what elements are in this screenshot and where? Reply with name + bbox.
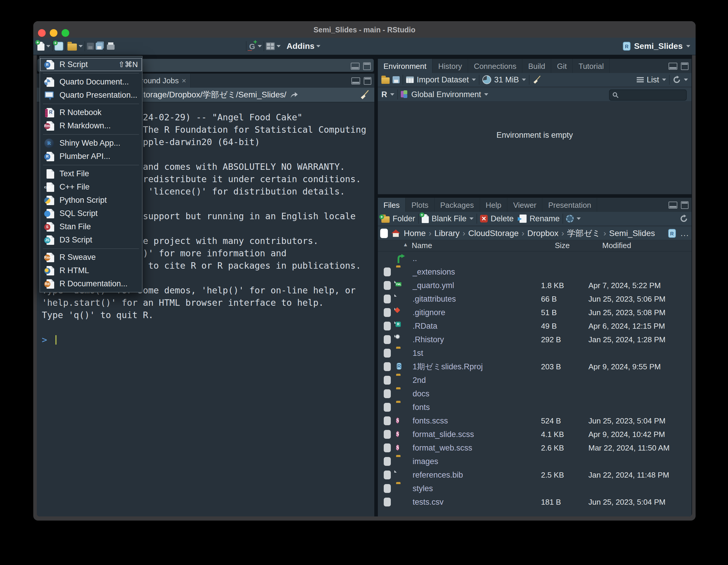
menu-item-r-documentation-[interactable]: RdR Documentation... bbox=[40, 277, 142, 290]
tab-history[interactable]: History bbox=[433, 59, 468, 73]
tab-build[interactable]: Build bbox=[522, 59, 551, 73]
import-dataset-caret[interactable] bbox=[472, 79, 476, 81]
select-all-checkbox[interactable] bbox=[380, 229, 388, 238]
delete-button[interactable]: Delete bbox=[491, 214, 514, 223]
row-checkbox[interactable] bbox=[384, 335, 391, 344]
more-file-commands-gear-icon[interactable] bbox=[566, 215, 574, 223]
file-name[interactable]: format_slide.scss bbox=[413, 427, 474, 441]
table-row[interactable]: styles bbox=[378, 482, 691, 495]
files-maximize-icon[interactable] bbox=[681, 201, 689, 209]
menu-item-r-markdown-[interactable]: RmdR Markdown... bbox=[40, 119, 142, 133]
file-name[interactable]: .gitattributes bbox=[413, 292, 456, 306]
menu-item-r-html[interactable]: R HTML bbox=[40, 264, 142, 277]
rproj-badge-icon[interactable]: R bbox=[668, 229, 676, 238]
menu-item-d3-script[interactable]: JSD3 Script bbox=[40, 233, 142, 247]
row-checkbox[interactable] bbox=[384, 349, 391, 357]
new-file-dropdown-caret[interactable] bbox=[46, 45, 50, 47]
memory-usage-caret[interactable] bbox=[522, 79, 526, 81]
table-row[interactable]: .. bbox=[378, 252, 691, 265]
row-checkbox[interactable] bbox=[384, 470, 391, 479]
table-row[interactable]: .gitattributes66 BJun 25, 2023, 5:06 PM bbox=[378, 292, 691, 306]
table-row[interactable]: 1st bbox=[378, 346, 691, 360]
row-checkbox[interactable] bbox=[384, 443, 391, 452]
open-file-dropdown-caret[interactable] bbox=[79, 45, 83, 47]
new-folder-button[interactable]: Folder bbox=[393, 214, 415, 223]
breadcrumb-more-button[interactable]: ... bbox=[681, 229, 689, 238]
file-name[interactable]: references.bib bbox=[413, 468, 463, 482]
project-selector[interactable]: R Semi_Slides bbox=[622, 38, 690, 55]
file-name[interactable]: .Rhistory bbox=[413, 333, 444, 346]
menu-item-plumber-api-[interactable]: RPlumber API... bbox=[40, 150, 142, 163]
table-row[interactable]: references.bib2.5 KBJan 22, 2024, 11:48 … bbox=[378, 468, 691, 482]
tab-tutorial[interactable]: Tutorial bbox=[573, 59, 610, 73]
row-checkbox[interactable] bbox=[384, 321, 391, 330]
menu-item-r-notebook[interactable]: RR Notebook bbox=[40, 106, 142, 119]
table-row[interactable]: Sfonts.scss524 BJun 25, 2023, 5:04 PM bbox=[378, 414, 691, 427]
open-file-icon[interactable] bbox=[67, 44, 77, 51]
console-maximize-icon[interactable] bbox=[364, 77, 371, 85]
table-row[interactable]: docs bbox=[378, 387, 691, 400]
load-workspace-icon[interactable] bbox=[381, 77, 390, 84]
console-minimize-icon[interactable] bbox=[351, 77, 360, 85]
table-row[interactable]: Sformat_slide.scss4.1 KBApr 9, 2024, 10:… bbox=[378, 427, 691, 441]
refresh-environment-caret[interactable] bbox=[684, 79, 688, 81]
menu-item-c-file[interactable]: cppC++ File bbox=[40, 180, 142, 194]
save-workspace-icon[interactable] bbox=[393, 76, 400, 83]
file-name[interactable]: format_web.scss bbox=[413, 441, 472, 455]
breadcrumb-item[interactable]: CloudStorage bbox=[468, 229, 519, 238]
column-header-modified[interactable]: Modified bbox=[602, 241, 631, 250]
table-row[interactable]: 2nd bbox=[378, 373, 691, 387]
sort-ascending-icon[interactable]: ▲ bbox=[403, 242, 408, 248]
file-name[interactable]: docs bbox=[413, 387, 429, 400]
tab-viewer[interactable]: Viewer bbox=[507, 198, 542, 212]
file-name[interactable]: _extensions bbox=[413, 265, 455, 279]
list-view-caret[interactable] bbox=[662, 79, 666, 81]
file-name[interactable]: tests.csv bbox=[413, 495, 444, 509]
menu-item-quarto-presentation-[interactable]: Quarto Presentation... bbox=[40, 89, 142, 102]
file-name[interactable]: 1st bbox=[413, 346, 423, 360]
goto-directory-icon[interactable] bbox=[290, 91, 299, 99]
clear-objects-icon[interactable] bbox=[532, 75, 541, 84]
new-file-icon[interactable]: + bbox=[37, 42, 44, 51]
save-icon[interactable] bbox=[87, 43, 94, 50]
file-name[interactable]: .. bbox=[413, 252, 417, 265]
table-row[interactable]: tests.csv181 BJun 25, 2023, 5:04 PM bbox=[378, 495, 691, 509]
table-row[interactable]: R.RData49 BApr 6, 2024, 12:15 PM bbox=[378, 319, 691, 333]
addins-button[interactable]: Addins bbox=[287, 42, 315, 51]
table-row[interactable]: images bbox=[378, 455, 691, 468]
column-header-name[interactable]: Name bbox=[412, 241, 432, 250]
tab-packages[interactable]: Packages bbox=[435, 198, 480, 212]
tab-presentation[interactable]: Presentation bbox=[542, 198, 597, 212]
table-row[interactable]: R1期ゼミslides.Rproj203 BApr 9, 2024, 9:55 … bbox=[378, 360, 691, 373]
row-checkbox[interactable] bbox=[384, 294, 391, 303]
file-name[interactable]: fonts bbox=[413, 400, 430, 414]
source-restore-icon[interactable] bbox=[351, 63, 360, 70]
breadcrumb-item[interactable]: Home bbox=[404, 229, 426, 238]
pane-layout-icon[interactable] bbox=[266, 42, 275, 50]
tab-connections[interactable]: Connections bbox=[468, 59, 523, 73]
environment-minimize-icon[interactable] bbox=[669, 63, 677, 70]
environment-scope-selector[interactable]: Global Environment bbox=[401, 90, 488, 99]
menu-item-shiny-web-app-[interactable]: RShiny Web App... bbox=[40, 137, 142, 150]
row-checkbox[interactable] bbox=[384, 498, 391, 506]
file-name[interactable]: 1期ゼミslides.Rproj bbox=[413, 360, 483, 373]
rename-button[interactable]: Rename bbox=[530, 214, 560, 223]
refresh-environment-icon[interactable] bbox=[673, 76, 681, 84]
print-icon[interactable] bbox=[107, 44, 115, 50]
menu-item-sql-script[interactable]: SQL Script bbox=[40, 207, 142, 220]
file-name[interactable]: fonts.scss bbox=[413, 414, 448, 427]
files-minimize-icon[interactable] bbox=[669, 202, 677, 209]
row-checkbox[interactable] bbox=[384, 430, 391, 439]
file-name[interactable]: .gitignore bbox=[413, 306, 445, 319]
tab-files[interactable]: Files bbox=[378, 198, 406, 212]
file-name[interactable]: .RData bbox=[413, 319, 437, 333]
row-checkbox[interactable] bbox=[384, 362, 391, 371]
breadcrumb-item[interactable]: Semi_Slides bbox=[609, 229, 655, 238]
save-all-icon[interactable] bbox=[96, 43, 103, 50]
tab-git[interactable]: Git bbox=[551, 59, 573, 73]
table-row[interactable]: fonts bbox=[378, 400, 691, 414]
more-file-commands-caret[interactable] bbox=[577, 218, 581, 220]
breadcrumb-item[interactable]: 学部ゼミ bbox=[567, 228, 600, 239]
file-name[interactable]: images bbox=[413, 455, 438, 468]
environment-search-box[interactable] bbox=[609, 90, 687, 101]
